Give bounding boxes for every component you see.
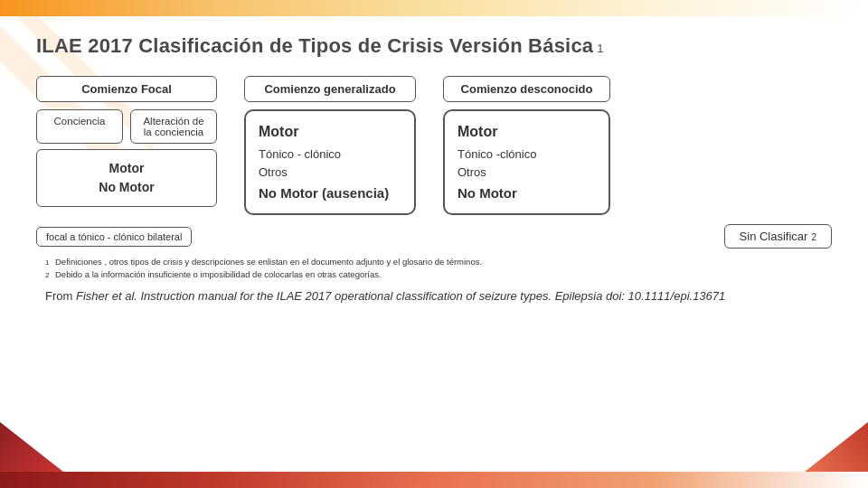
focal-sub-row: Conciencia Alteración de la conciencia [36, 109, 217, 144]
fn2-num: 2 [45, 270, 52, 281]
top-bar [0, 0, 868, 16]
sin-clasificar-box: Sin Clasificar 2 [724, 224, 832, 249]
desc-motor-box: Motor Tónico -clónico Otros No Motor [443, 109, 610, 215]
sin-clasificar-label: Sin Clasificar [740, 230, 808, 243]
diagram: Comienzo Focal Conciencia Alteración de … [36, 76, 832, 215]
fn2-text: Debido a la información insuficiente o i… [55, 268, 382, 281]
focal-motor-line1: Motor [109, 161, 145, 175]
desc-no-motor: No Motor [458, 185, 517, 201]
desc-header: Comienzo desconocido [443, 76, 610, 102]
desc-motor-sub1: Tónico -clónico [458, 147, 536, 161]
main-content: ILAE 2017 Clasificación de Tipos de Cris… [0, 16, 868, 472]
focal-tonic-label: focal a tónico - clónico bilateral [36, 227, 192, 247]
gen-header: Comienzo generalizado [244, 76, 416, 102]
title-row: ILAE 2017 Clasificación de Tipos de Cris… [36, 34, 832, 58]
alteracion-box: Alteración de la conciencia [130, 109, 217, 144]
citation: From Fisher et al. Instruction manual fo… [36, 289, 832, 303]
fn1-text: Definiciones , otros tipos de crisis y d… [55, 256, 482, 268]
bottom-row: focal a tónico - clónico bilateral Sin C… [36, 224, 832, 249]
gen-motor-sub2: Otros [259, 165, 288, 179]
gen-motor-box: Motor Tónico - clónico Otros No Motor (a… [244, 109, 416, 215]
footnotes: 1 Definiciones , otros tipos de crisis y… [36, 256, 832, 282]
desc-motor-sub2: Otros [458, 165, 486, 179]
citation-text: Fisher et al. Instruction manual for the… [76, 289, 725, 303]
desc-motor-title: Motor [458, 120, 596, 144]
sin-clasificar-super: 2 [811, 232, 816, 242]
gen-no-motor: No Motor (ausencia) [259, 185, 389, 201]
focal-motor-line2: No Motor [99, 180, 154, 194]
bottom-bar [0, 472, 868, 488]
focal-motor-box: Motor No Motor [36, 149, 217, 207]
col-focal: Comienzo Focal Conciencia Alteración de … [36, 76, 217, 207]
col-generalizado: Comienzo generalizado Motor Tónico - cló… [244, 76, 416, 215]
footnote-2: 2 Debido a la información insuficiente o… [45, 268, 832, 281]
col-desconocido: Comienzo desconocido Motor Tónico -clóni… [443, 76, 610, 215]
gen-motor-sub1: Tónico - clónico [259, 147, 341, 161]
gen-motor-title: Motor [259, 120, 401, 144]
conciencia-box: Conciencia [36, 109, 123, 144]
footnote-1: 1 Definiciones , otros tipos de crisis y… [45, 256, 832, 268]
from-label: From [45, 289, 72, 303]
page-title: ILAE 2017 Clasificación de Tipos de Cris… [36, 34, 593, 58]
focal-header: Comienzo Focal [36, 76, 217, 102]
fn1-num: 1 [45, 258, 52, 268]
title-superscript: 1 [597, 42, 603, 55]
